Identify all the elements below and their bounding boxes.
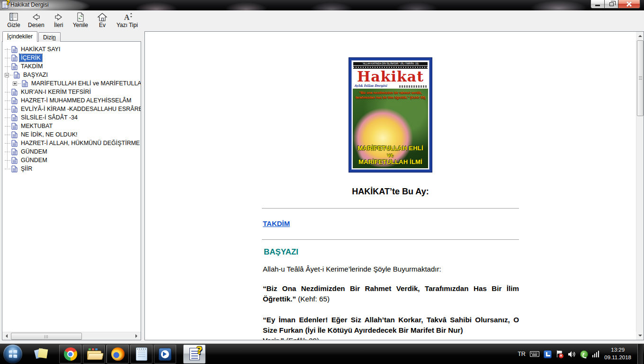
tree-horizontal-scrollbar[interactable]	[2, 332, 141, 340]
forward-arrow-icon	[53, 12, 64, 22]
taskbar-sticky-notes[interactable]	[30, 345, 52, 364]
tray-clock[interactable]: 13:29 09.11.2018	[604, 346, 631, 361]
basyazi-heading: BAŞYAZI	[264, 247, 519, 257]
hide-button[interactable]: Gizle	[3, 11, 25, 29]
scroll-left-button[interactable]	[2, 332, 10, 340]
forward-button[interactable]: İleri	[48, 11, 70, 29]
tree-item-label: İÇERİK	[19, 54, 42, 62]
tree-item[interactable]: TAKDİM	[5, 62, 140, 71]
tree-item[interactable]: ŞİİR	[5, 164, 140, 173]
divider	[262, 208, 519, 209]
cover-top-strip: “ALLAH KATINDA DİN İSLÂM’DIR.” (ÂL-İ İMR…	[353, 62, 428, 65]
tree-item-label: BAŞYAZI	[22, 71, 49, 79]
close-icon	[626, 1, 632, 7]
tree-item[interactable]: HAKİKAT SAYI	[5, 45, 140, 54]
tree-item-expanded[interactable]: BAŞYAZI	[5, 71, 140, 79]
magazine-cover-image: “ALLAH KATINDA DİN İSLÂM’DIR.” (ÂL-İ İMR…	[349, 57, 432, 173]
cover-title: MARİFETULLAH EHLİ ve MARİFETULLAH İLMİ	[353, 145, 428, 166]
font-button-label: Yazı Tipi	[116, 22, 138, 28]
taskbar-notepad[interactable]	[130, 345, 152, 364]
svg-text:A: A	[124, 13, 130, 21]
tree-item-label: MARİFETULLAH EHLİ ve MARİFETULLA	[30, 80, 141, 87]
refresh-button[interactable]: Yenile	[70, 11, 91, 29]
content-vertical-scrollbar[interactable]	[636, 32, 644, 340]
hide-button-label: Gizle	[7, 22, 20, 28]
tree-item[interactable]: KUR'AN-I KERİM TEFSİRİ	[5, 88, 140, 96]
start-button[interactable]	[3, 345, 22, 364]
tree-item[interactable]: MEKTUBAT	[5, 122, 140, 130]
quote-paragraph-2: “Ey İman Edenler! Eğer Siz Allah’tan Kor…	[263, 315, 519, 340]
page-icon	[11, 148, 18, 155]
back-button[interactable]: Desen	[25, 11, 48, 29]
cover-rose-photo: “Biz ona nezdimizden bir rahmet verdik, …	[353, 89, 428, 168]
page-icon	[14, 72, 20, 79]
window-title: Hakikat Dergisi	[10, 1, 49, 8]
tree-item-label: GÜNDEM	[19, 148, 49, 155]
minimize-button[interactable]	[590, 0, 605, 9]
tree-item[interactable]: GÜNDEM	[5, 156, 140, 164]
collapse-expander-icon[interactable]	[5, 73, 9, 77]
network-signal-icon[interactable]	[592, 351, 599, 357]
tree-item[interactable]: NE İDİK, NE OLDUK!	[5, 130, 140, 139]
action-center-flag-error-icon[interactable]: ✕	[556, 350, 564, 358]
taskbar-explorer[interactable]	[83, 345, 105, 364]
show-desktop-button[interactable]	[637, 344, 643, 364]
right-arrow-icon	[135, 334, 139, 338]
expand-expander-icon[interactable]	[13, 82, 17, 86]
font-button[interactable]: A Yazı Tipi	[113, 11, 141, 29]
refresh-button-label: Yenile	[73, 22, 88, 28]
font-size-icon: A	[121, 12, 134, 22]
vertical-scroll-thumb[interactable]	[637, 40, 644, 116]
scroll-right-button[interactable]	[133, 332, 141, 340]
taskbar-help-viewer-active[interactable]: ?	[183, 345, 206, 364]
horizontal-scroll-thumb[interactable]	[11, 333, 82, 340]
intro-paragraph: Allah-u Teâlâ Âyet-i Kerime’lerinde Şöyl…	[263, 265, 519, 273]
idm-tray-icon[interactable]	[580, 350, 588, 358]
tree-item[interactable]: GÜNDEM	[5, 147, 140, 156]
language-indicator[interactable]: TR	[518, 351, 526, 357]
home-button[interactable]: Ev	[91, 11, 113, 29]
tree-item[interactable]: SİLSİLE-İ SÂDÂT -34	[5, 113, 140, 122]
tree-item-selected[interactable]: İÇERİK	[5, 54, 140, 62]
panel-splitter[interactable]	[141, 31, 144, 340]
minimize-icon	[595, 5, 600, 6]
restore-button[interactable]	[605, 0, 618, 9]
scroll-down-button[interactable]	[636, 332, 644, 340]
firefox-icon	[111, 347, 125, 361]
page-icon	[11, 106, 18, 113]
titlebar[interactable]: ? Hakikat Dergisi	[0, 0, 644, 10]
tab-index[interactable]: Dizin	[38, 32, 61, 42]
takdim-link[interactable]: TAKDİM	[263, 219, 290, 228]
tree-item[interactable]: HAZRET-İ ALLAH, HÜKMÜNÜ DEĞİŞTİRME	[5, 139, 140, 147]
page-icon	[11, 114, 18, 121]
taskbar-firefox[interactable]	[107, 345, 129, 364]
tree-item[interactable]: EVLİYÂ-İ KİRAM -KADDESALLAHU ESRÂRE	[5, 105, 140, 113]
left-arrow-icon	[4, 334, 8, 338]
taskbar-chrome[interactable]	[59, 345, 81, 364]
tree-child-item[interactable]: MARİFETULLAH EHLİ ve MARİFETULLA	[5, 79, 140, 88]
back-arrow-icon	[30, 12, 42, 22]
content-area: “ALLAH KATINDA DİN İSLÂM’DIR.” (ÂL-İ İMR…	[144, 31, 644, 340]
close-button[interactable]	[618, 0, 640, 9]
page-icon	[11, 131, 18, 138]
keyboard-icon[interactable]	[530, 351, 539, 357]
speaker-icon[interactable]	[568, 351, 576, 358]
contents-tree: HAKİKAT SAYI İÇERİK TAKDİM BAŞYAZI	[2, 42, 141, 332]
sticky-notes-icon	[35, 348, 47, 360]
help-viewer-window: ? Hakikat Dergisi Gizle	[0, 0, 644, 344]
cover-logo: Hakikat	[353, 69, 428, 84]
tree-item-label: GÜNDEM	[19, 156, 49, 164]
tree-item[interactable]: HAZRET-İ MUHAMMED ALEYHİSSELÂM	[5, 96, 140, 105]
tab-contents[interactable]: İçindekiler	[2, 31, 37, 42]
taskbar-media-player[interactable]	[154, 345, 176, 364]
divider	[262, 239, 519, 240]
scroll-up-button[interactable]	[636, 32, 644, 40]
page-icon	[11, 140, 18, 147]
page-column: “ALLAH KATINDA DİN İSLÂM’DIR.” (ÂL-İ İMR…	[262, 32, 519, 340]
home-button-label: Ev	[99, 22, 106, 28]
cover-subtitle: Aylık İslâm Dergisi	[354, 84, 387, 88]
tree-item-label: ŞİİR	[19, 165, 34, 173]
page-icon	[11, 89, 18, 96]
home-icon	[97, 12, 108, 22]
blue-app-tray-icon[interactable]	[544, 350, 552, 358]
